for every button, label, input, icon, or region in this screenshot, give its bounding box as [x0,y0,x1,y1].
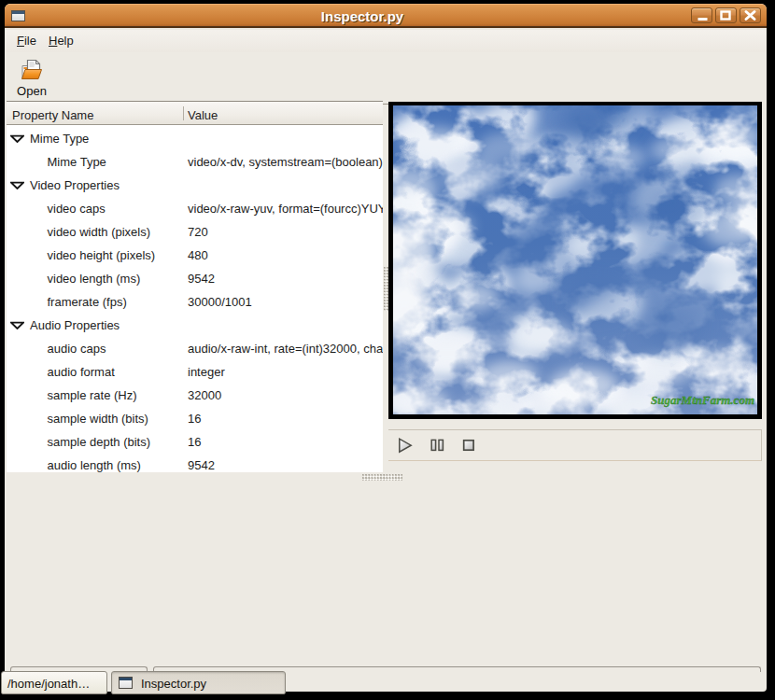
svg-text:SugarMtnFarm.com: SugarMtnFarm.com [651,393,754,407]
